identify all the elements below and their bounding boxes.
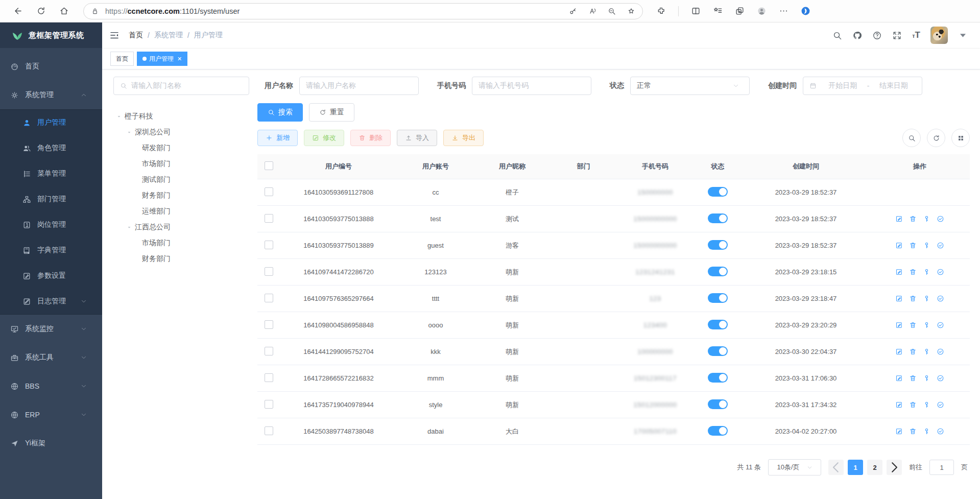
check-circle-icon[interactable] xyxy=(937,321,944,329)
row-checkbox[interactable] xyxy=(265,426,273,435)
dept-search-input[interactable]: 请输入部门名称 xyxy=(113,77,249,95)
status-toggle[interactable] xyxy=(708,187,728,197)
check-circle-icon[interactable] xyxy=(937,295,944,302)
sidebar-item-岗位管理[interactable]: 岗位管理 xyxy=(0,212,102,237)
row-checkbox[interactable] xyxy=(265,294,273,302)
page-button-2[interactable]: 2 xyxy=(867,460,882,475)
tree-caret-icon[interactable] xyxy=(127,130,132,135)
page-size-select[interactable]: 10条/页 xyxy=(768,459,821,476)
edit-square-icon[interactable] xyxy=(895,321,903,329)
font-size-icon[interactable]: тT xyxy=(912,30,920,40)
delete-button[interactable]: 删除 xyxy=(350,130,391,146)
tree-node-市场部门[interactable]: 市场部门 xyxy=(113,235,249,251)
check-circle-icon[interactable] xyxy=(937,348,944,355)
trash-icon[interactable] xyxy=(909,215,917,223)
status-toggle[interactable] xyxy=(708,320,728,329)
add-button[interactable]: 新增 xyxy=(257,130,298,146)
tree-node-运维部门[interactable]: 运维部门 xyxy=(113,203,249,219)
key-icon[interactable] xyxy=(569,7,577,15)
breadcrumb-item[interactable]: 系统管理 xyxy=(154,31,183,40)
edit-square-icon[interactable] xyxy=(895,348,903,355)
sidebar-item-字典管理[interactable]: 字典管理 xyxy=(0,237,102,263)
sidebar-item-ERP[interactable]: ERP xyxy=(0,400,102,429)
row-checkbox[interactable] xyxy=(265,320,273,329)
key-reset-icon[interactable] xyxy=(923,427,930,435)
browser-profile-icon[interactable] xyxy=(757,6,767,16)
tab-首页[interactable]: 首页 xyxy=(110,52,134,66)
status-toggle[interactable] xyxy=(708,399,728,409)
edit-button[interactable]: 修改 xyxy=(304,130,344,146)
select-all-checkbox[interactable] xyxy=(265,161,273,170)
edit-square-icon[interactable] xyxy=(895,215,903,223)
tree-caret-icon[interactable] xyxy=(116,114,122,119)
github-icon[interactable] xyxy=(852,31,862,40)
sidebar-item-系统监控[interactable]: 系统监控 xyxy=(0,315,102,343)
key-reset-icon[interactable] xyxy=(923,374,930,382)
more-icon[interactable] xyxy=(779,6,788,16)
read-aloud-icon[interactable] xyxy=(588,7,596,15)
trash-icon[interactable] xyxy=(909,427,917,435)
reset-button[interactable]: 重置 xyxy=(309,103,354,122)
prev-page-button[interactable] xyxy=(828,460,844,475)
search-button[interactable]: 搜索 xyxy=(257,103,303,122)
sidebar-item-系统工具[interactable]: 系统工具 xyxy=(0,343,102,372)
check-circle-icon[interactable] xyxy=(937,427,944,435)
fullscreen-icon[interactable] xyxy=(892,31,902,40)
row-checkbox[interactable] xyxy=(265,400,273,409)
sidebar-item-首页[interactable]: 首页 xyxy=(0,52,102,81)
user-avatar[interactable] xyxy=(930,27,948,44)
row-checkbox[interactable] xyxy=(265,241,273,249)
collections-icon[interactable] xyxy=(713,6,723,16)
phone-input[interactable]: 请输入手机号码 xyxy=(472,77,591,95)
sidebar-item-角色管理[interactable]: 角色管理 xyxy=(0,135,102,161)
key-reset-icon[interactable] xyxy=(923,215,930,223)
trash-icon[interactable] xyxy=(909,321,917,329)
trash-icon[interactable] xyxy=(909,348,917,355)
address-bar[interactable]: https://ccnetcore.com:1101/system/user xyxy=(83,3,643,19)
trash-icon[interactable] xyxy=(909,242,917,249)
status-select[interactable]: 正常 xyxy=(630,77,750,95)
page-button-1[interactable]: 1 xyxy=(848,460,863,475)
row-checkbox[interactable] xyxy=(265,267,273,276)
split-screen-icon[interactable] xyxy=(691,6,701,16)
trash-icon[interactable] xyxy=(909,295,917,302)
check-circle-icon[interactable] xyxy=(937,268,944,276)
status-toggle[interactable] xyxy=(708,426,728,436)
hamburger-fold-icon[interactable] xyxy=(109,30,119,40)
status-toggle[interactable] xyxy=(708,213,728,223)
refresh-icon[interactable] xyxy=(36,6,46,16)
tree-node-市场部门[interactable]: 市场部门 xyxy=(113,156,249,172)
export-button[interactable]: 导出 xyxy=(443,130,484,146)
toolbar-search-icon[interactable] xyxy=(902,129,921,147)
tree-node-测试部门[interactable]: 测试部门 xyxy=(113,172,249,187)
app-logo[interactable]: 意框架管理系统 xyxy=(0,22,102,48)
key-reset-icon[interactable] xyxy=(923,242,930,249)
sidebar-item-参数设置[interactable]: 参数设置 xyxy=(0,263,102,289)
check-circle-icon[interactable] xyxy=(937,374,944,382)
edit-square-icon[interactable] xyxy=(895,401,903,409)
row-checkbox[interactable] xyxy=(265,187,273,196)
breadcrumb-item[interactable]: 用户管理 xyxy=(194,31,223,40)
trash-icon[interactable] xyxy=(909,268,917,276)
sidebar-item-Yi框架[interactable]: Yi框架 xyxy=(0,429,102,458)
edit-square-icon[interactable] xyxy=(895,427,903,435)
back-icon[interactable] xyxy=(13,6,23,16)
sidebar-item-部门管理[interactable]: 部门管理 xyxy=(0,186,102,212)
close-icon[interactable]: ✕ xyxy=(177,56,182,62)
row-checkbox[interactable] xyxy=(265,214,273,223)
copilot-icon[interactable] xyxy=(801,6,810,16)
goto-page-input[interactable]: 1 xyxy=(929,460,954,475)
tree-node-财务部门[interactable]: 财务部门 xyxy=(113,187,249,203)
import-button[interactable]: 导入 xyxy=(397,130,437,146)
breadcrumb-item[interactable]: 首页 xyxy=(129,31,143,40)
tree-node-橙子科技[interactable]: 橙子科技 xyxy=(113,108,249,124)
status-toggle[interactable] xyxy=(708,346,728,356)
check-circle-icon[interactable] xyxy=(937,215,944,223)
created-date-range[interactable]: 开始日期 - 结束日期 xyxy=(803,77,922,95)
sidebar-item-BBS[interactable]: BBS xyxy=(0,372,102,400)
status-toggle[interactable] xyxy=(708,240,728,250)
key-reset-icon[interactable] xyxy=(923,348,930,355)
edit-square-icon[interactable] xyxy=(895,295,903,302)
sidebar-item-日志管理[interactable]: 日志管理 xyxy=(0,289,102,314)
search-icon[interactable] xyxy=(832,31,842,40)
